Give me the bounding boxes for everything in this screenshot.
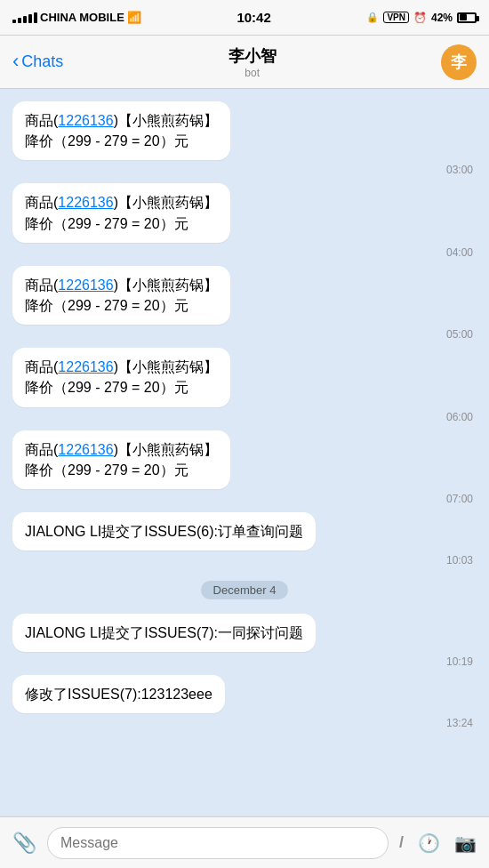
nav-bar: ‹ Chats 李小智 bot 李: [0, 36, 489, 89]
list-item: JIALONG LI提交了ISSUES(7):一同探讨问题 10:19: [0, 610, 489, 671]
date-divider: December 4: [0, 574, 489, 607]
message-time: 04:00: [446, 246, 477, 259]
message-bubble: 商品(1226136)【小熊煎药锅】 降价（299 - 279 = 20）元: [12, 266, 230, 325]
message-text-body: JIALONG LI提交了ISSUES(7):一同探讨问题: [25, 625, 303, 640]
battery-fill: [460, 14, 467, 20]
message-bubble: JIALONG LI提交了ISSUES(6):订单查询问题: [12, 512, 316, 551]
message-text-prefix: 商品(: [25, 359, 58, 374]
status-right: 🔒 VPN ⏰ 42%: [366, 12, 477, 24]
list-item: 商品(1226136)【小熊煎药锅】 降价（299 - 279 = 20）元 0…: [0, 98, 489, 180]
nav-center: 李小智 bot: [228, 45, 277, 79]
status-time: 10:42: [236, 10, 270, 25]
message-text-suffix: )【小熊煎药锅】: [114, 359, 218, 374]
chevron-left-icon: ‹: [12, 52, 19, 71]
carrier-name: CHINA MOBILE: [40, 11, 124, 24]
message-text-suffix: )【小熊煎药锅】: [114, 195, 218, 210]
message-text-body: 修改了ISSUES(7):123123eee: [25, 687, 212, 702]
message-text-suffix: )【小熊煎药锅】: [114, 277, 218, 293]
battery-percent: 42%: [431, 12, 453, 24]
alarm-icon: ⏰: [413, 12, 427, 24]
message-bubble: 商品(1226136)【小熊煎药锅】 降价（299 - 279 = 20）元: [12, 101, 230, 160]
chat-title: 李小智: [228, 45, 277, 67]
message-time: 05:00: [446, 328, 477, 341]
list-item: 商品(1226136)【小熊煎药锅】 降价（299 - 279 = 20）元 0…: [0, 427, 489, 509]
signal-strength: [12, 12, 37, 23]
message-text-prefix: 商品(: [25, 113, 58, 128]
signal-bar-1: [12, 20, 16, 23]
message-time: 07:00: [446, 493, 477, 505]
message-link[interactable]: 1226136: [58, 442, 113, 457]
message-text-prefix: 商品(: [25, 277, 58, 293]
battery-icon: [457, 12, 477, 23]
message-input[interactable]: [60, 835, 375, 851]
attach-icon[interactable]: 📎: [9, 828, 40, 858]
message-bubble: JIALONG LI提交了ISSUES(7):一同探讨问题: [12, 614, 316, 652]
signal-bar-4: [28, 14, 32, 23]
message-text-prefix: 商品(: [25, 442, 58, 457]
message-bubble: 商品(1226136)【小熊煎药锅】 降价（299 - 279 = 20）元: [12, 348, 230, 406]
message-bubble: 修改了ISSUES(7):123123eee: [12, 675, 225, 713]
list-item: 商品(1226136)【小熊煎药锅】 降价（299 - 279 = 20）元 0…: [0, 262, 489, 344]
message-text-body: JIALONG LI提交了ISSUES(6):订单查询问题: [25, 524, 303, 539]
signal-bar-5: [34, 12, 37, 23]
message-bubble: 商品(1226136)【小熊煎药锅】 降价（299 - 279 = 20）元: [12, 430, 230, 489]
chat-subtitle: bot: [228, 67, 277, 79]
message-text-body: 降价（299 - 279 = 20）元: [25, 380, 188, 395]
message-link[interactable]: 1226136: [58, 359, 113, 374]
signal-bar-3: [23, 16, 27, 23]
list-item: JIALONG LI提交了ISSUES(6):订单查询问题 10:03: [0, 509, 489, 570]
vpn-badge: VPN: [383, 12, 409, 23]
clock-icon[interactable]: 🕐: [414, 829, 444, 857]
wifi-icon: 📶: [127, 11, 141, 24]
chat-area: 商品(1226136)【小熊煎药锅】 降价（299 - 279 = 20）元 0…: [0, 89, 489, 816]
status-bar: CHINA MOBILE 📶 10:42 🔒 VPN ⏰ 42%: [0, 0, 489, 36]
message-link[interactable]: 1226136: [58, 277, 113, 293]
message-link[interactable]: 1226136: [58, 195, 113, 210]
list-item: 商品(1226136)【小熊煎药锅】 降价（299 - 279 = 20）元 0…: [0, 344, 489, 426]
back-label: Chats: [21, 52, 63, 71]
lock-icon: 🔒: [366, 12, 379, 23]
message-text-prefix: 商品(: [25, 195, 58, 210]
message-text-body: 降价（299 - 279 = 20）元: [25, 462, 188, 478]
message-time: 10:03: [446, 554, 477, 567]
message-link[interactable]: 1226136: [58, 113, 113, 128]
list-item: 修改了ISSUES(7):123123eee 13:24: [0, 671, 489, 733]
message-time: 06:00: [446, 411, 477, 423]
message-input-wrapper[interactable]: [47, 827, 389, 859]
list-item: 商品(1226136)【小熊煎药锅】 降价（299 - 279 = 20）元 0…: [0, 180, 489, 261]
message-time: 10:19: [446, 655, 477, 668]
back-button[interactable]: ‹ Chats: [12, 52, 63, 71]
message-text-suffix: )【小熊煎药锅】: [114, 113, 218, 128]
input-bar: 📎 / 🕐 📷: [0, 816, 489, 868]
avatar[interactable]: 李: [441, 44, 477, 80]
signal-bar-2: [18, 18, 21, 23]
date-pill: December 4: [201, 581, 289, 599]
message-text-body: 降价（299 - 279 = 20）元: [25, 298, 188, 313]
camera-icon[interactable]: 📷: [451, 829, 480, 857]
message-text-suffix: )【小熊煎药锅】: [114, 442, 218, 457]
message-text-body: 降价（299 - 279 = 20）元: [25, 133, 188, 149]
message-time: 13:24: [446, 717, 477, 729]
message-text-body: 降价（299 - 279 = 20）元: [25, 216, 188, 231]
status-left: CHINA MOBILE 📶: [12, 11, 141, 24]
slash-icon[interactable]: /: [396, 830, 407, 856]
message-time: 03:00: [446, 164, 477, 176]
message-bubble: 商品(1226136)【小熊煎药锅】 降价（299 - 279 = 20）元: [12, 183, 230, 242]
